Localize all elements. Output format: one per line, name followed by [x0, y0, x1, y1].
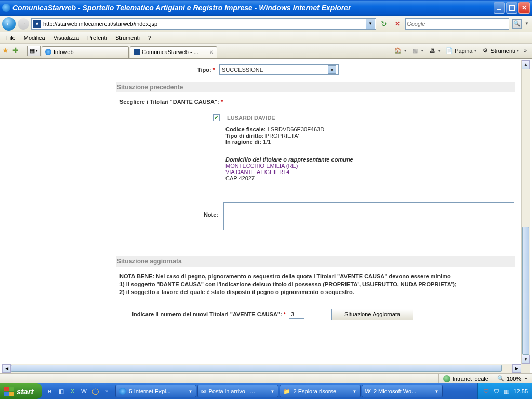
url-dropdown-icon[interactable]: ▼	[366, 19, 375, 29]
tab-close-icon[interactable]: ✕	[209, 49, 214, 55]
task-label: 5 Internet Expl...	[129, 388, 171, 394]
quick-launch: e ◧ X W ◯ »	[42, 387, 115, 396]
toolbar-overflow-icon[interactable]: »	[524, 48, 527, 54]
tray-volume-icon[interactable]: ▥	[503, 388, 510, 395]
situazione-aggiornata-button[interactable]: Situazione Aggiornata	[331, 309, 413, 320]
site-favicon-icon: ★	[33, 20, 41, 28]
tab-favicon-icon	[134, 49, 140, 55]
search-go-button[interactable]: 🔍	[512, 19, 522, 29]
search-dropdown-icon[interactable]: ▼	[524, 21, 530, 26]
home-button[interactable]: 🏠▼	[394, 47, 407, 55]
chevron-down-icon: ▼	[353, 389, 357, 394]
in-ragione-row: In ragione di: 1/1	[225, 139, 515, 145]
domicilio-line2: VIA DANTE ALIGHIERI 4	[225, 169, 515, 175]
add-favorite-icon[interactable]: ✚	[12, 46, 22, 56]
refresh-button[interactable]: ↻	[378, 18, 390, 30]
rss-icon: ▧	[411, 47, 419, 55]
tipo-diritto-row: Tipo di diritto: PROPRIETA'	[225, 132, 515, 139]
tipo-select[interactable]: SUCCESSIONE ▼	[219, 64, 339, 75]
scroll-up-icon[interactable]: ▲	[522, 60, 530, 69]
scroll-thumb[interactable]	[11, 365, 502, 372]
chevron-down-icon: ▼	[271, 389, 275, 394]
print-button[interactable]: 🖶▼	[428, 47, 441, 55]
scroll-thumb[interactable]	[522, 227, 529, 355]
horizontal-scrollbar[interactable]: ◀ ▶	[2, 364, 521, 373]
menu-tools[interactable]: Strumenti	[111, 34, 144, 42]
quick-tabs-button[interactable]: ▦▾	[27, 46, 41, 56]
scegliere-label: Scegliere i Titolari "DANTE CAUSA": *	[119, 99, 515, 105]
codice-fiscale-row: Codice fiscale: LSRDVD66E30F463D	[225, 126, 515, 132]
security-zone[interactable]: Intranet locale	[438, 374, 493, 383]
favorites-star-icon[interactable]: ★	[2, 46, 11, 56]
window-titlebar: ComunicaStarweb - Sportello Telematico A…	[0, 0, 532, 16]
quick-launch-overflow-icon[interactable]: »	[102, 387, 112, 396]
desktop-quicklaunch-icon[interactable]: ◧	[57, 387, 66, 396]
maximize-button[interactable]	[506, 2, 517, 14]
tab-comunicastarweb[interactable]: ComunicaStarweb - ... ✕	[130, 46, 217, 58]
menu-edit[interactable]: Modifica	[20, 34, 49, 42]
task-label: 2 Microsoft Wo...	[374, 388, 416, 394]
scroll-down-icon[interactable]: ▼	[522, 355, 530, 364]
tray-icon[interactable]: 🛡	[493, 388, 500, 395]
taskbar-item-mail[interactable]: ✉ Posta in arrivo - ... ▼	[197, 385, 278, 397]
minimize-button[interactable]	[494, 2, 505, 14]
tray-icon[interactable]: 🛡	[482, 388, 489, 395]
address-bar-row: ← → ★ ▼ ↻ ✕ 🔍 ▼	[0, 16, 532, 32]
start-button[interactable]: start	[0, 383, 42, 399]
chevron-down-icon: ▼	[524, 377, 528, 380]
note-label: Note:	[116, 202, 218, 218]
tipo-value: SUCCESSIONE	[222, 66, 263, 73]
menu-help[interactable]: ?	[144, 34, 155, 42]
address-bar[interactable]: ★ ▼	[31, 18, 376, 30]
page-label: Pagina	[455, 48, 472, 54]
section-precedente: Situazione precedente	[116, 82, 515, 92]
menu-view[interactable]: Visualizza	[49, 34, 83, 42]
excel-quicklaunch-icon[interactable]: X	[68, 387, 77, 396]
intranet-zone-icon	[443, 375, 450, 382]
forward-button[interactable]: →	[18, 18, 29, 30]
gear-icon: ⚙	[481, 47, 489, 55]
search-input[interactable]	[407, 21, 508, 27]
feeds-button[interactable]: ▧▼	[411, 47, 424, 55]
scroll-right-icon[interactable]: ▶	[512, 364, 521, 373]
word-quicklaunch-icon[interactable]: W	[79, 387, 89, 396]
domicilio-line3: CAP 42027	[225, 175, 515, 181]
menu-file[interactable]: File	[2, 34, 20, 42]
tab-infoweb[interactable]: Infoweb	[42, 46, 129, 58]
search-box[interactable]	[405, 18, 509, 30]
titolare-checkbox[interactable]: ✓	[213, 114, 220, 121]
taskbar-item-ie[interactable]: 5 Internet Expl... ▼	[115, 385, 196, 397]
domicilio-header: Domicilio del titolare o rappresentante …	[225, 156, 515, 163]
content-sidebar	[2, 60, 111, 364]
stop-button[interactable]: ✕	[392, 18, 403, 30]
clock[interactable]: 12.55	[513, 388, 528, 394]
scroll-left-icon[interactable]: ◀	[2, 364, 11, 373]
outlook-quicklaunch-icon[interactable]: ◯	[91, 387, 100, 396]
system-tray[interactable]: 🛡 🛡 ▥ 12.55	[477, 383, 532, 399]
section-aggiornata: Situazione aggiornata	[116, 256, 515, 267]
num-titolari-input[interactable]	[289, 310, 304, 319]
tab-favicon-icon	[45, 49, 51, 55]
menu-favorites[interactable]: Preferiti	[83, 34, 111, 42]
close-button[interactable]: ✕	[518, 2, 530, 14]
taskbar-item-word[interactable]: W 2 Microsoft Wo... ▼	[362, 385, 443, 397]
note-textarea[interactable]	[223, 202, 514, 230]
chevron-down-icon: ▼	[189, 389, 193, 394]
word-icon: W	[365, 388, 370, 394]
vertical-scrollbar[interactable]: ▲ ▼	[521, 60, 530, 364]
ie-icon	[2, 4, 10, 12]
tools-menu-button[interactable]: ⚙Strumenti▼	[481, 47, 520, 55]
windows-taskbar: start e ◧ X W ◯ » 5 Internet Expl... ▼ ✉…	[0, 383, 532, 399]
zoom-control[interactable]: 🔍 100% ▼	[493, 374, 532, 383]
url-input[interactable]	[43, 21, 366, 27]
tab-label: Infoweb	[54, 49, 74, 55]
page-menu-button[interactable]: 📄Pagina▼	[445, 47, 477, 55]
scroll-corner	[521, 364, 530, 373]
ie-quicklaunch-icon[interactable]: e	[45, 387, 55, 396]
chevron-down-icon[interactable]: ▼	[328, 65, 336, 74]
titolare-name: LUSARDI DAVIDE	[227, 115, 275, 121]
domicilio-line1: MONTECCHIO EMILIA (RE)	[225, 163, 515, 169]
start-label: start	[17, 387, 34, 396]
back-button[interactable]: ←	[2, 17, 16, 31]
taskbar-item-explorer[interactable]: 📁 2 Esplora risorse ▼	[280, 385, 361, 397]
